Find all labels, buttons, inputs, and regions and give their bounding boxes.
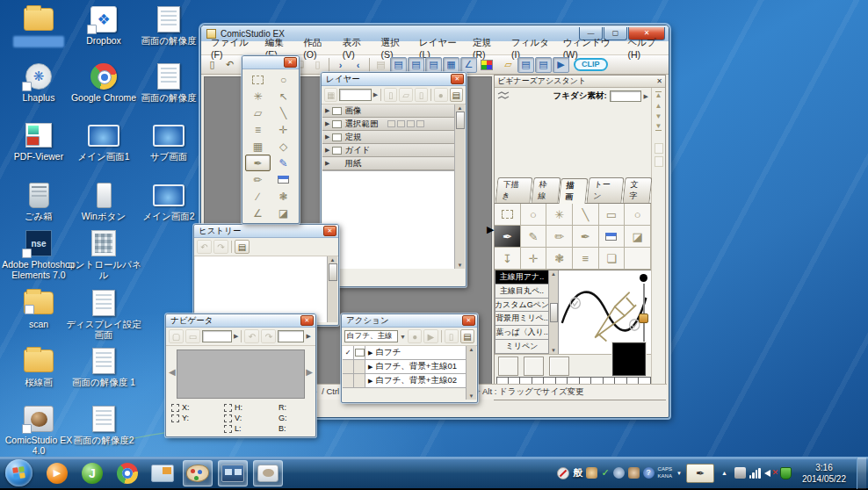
fit-view-icon[interactable]: ▢ [169,329,184,343]
move-top-icon[interactable]: ▲ [655,91,662,99]
assistant-close-icon[interactable]: ✕ [656,77,662,85]
pen-preset[interactable]: カスタムGペン [495,299,549,313]
toggle-ruler-panel[interactable]: ∠ [460,57,477,73]
antivirus-tray-icon[interactable] [557,467,569,479]
navigator-palette-close-icon[interactable]: ✕ [300,315,314,326]
new-folder-icon[interactable]: ▱ [399,88,412,102]
redo-button[interactable]: ‹ [350,57,366,73]
maru-pen-tool[interactable]: ✒ [573,226,599,248]
ellipse-tool[interactable]: ○ [625,204,651,226]
scroll-down-icon[interactable]: ▼ [551,348,556,353]
new-material-icon[interactable] [655,143,663,154]
line-tool[interactable]: ╲ [573,204,599,226]
layer-row-selection[interactable]: ▶ 選択範囲 [322,118,454,131]
desktop-icon-main-screen2[interactable]: メイン画面2 [130,181,207,221]
show-desktop-button[interactable] [857,458,866,489]
layer-opacity-field[interactable] [339,89,371,101]
expand-icon[interactable]: ▶ [325,133,329,141]
move-down-icon[interactable]: ▼ [655,112,662,120]
taskbar-app-j[interactable]: J [77,460,107,486]
menu-window[interactable]: ウィンドウ(W) [557,37,622,60]
history-palette-titlebar[interactable]: ヒストリー ✕ [194,225,338,238]
undo-button[interactable]: › [332,57,349,73]
actions-palette-titlebar[interactable]: アクション ✕ [342,314,477,328]
current-color-swatch[interactable] [612,342,646,376]
layers-vscrollbar[interactable]: ▲ ▼ [454,104,465,269]
action-set-select[interactable]: 白フチ、主線 [344,330,398,342]
taskbar-media-player[interactable]: ▶ [42,460,72,486]
pen-preset[interactable]: 背景用ミリペ.. [495,312,549,326]
action-dialog-toggle[interactable] [354,346,365,359]
delete-action-icon[interactable]: ▯ [445,329,459,343]
rotate-right-icon[interactable]: ↷ [261,329,276,343]
scroll-thumb[interactable] [550,303,558,322]
security-shield-icon[interactable] [780,467,792,479]
toggle-page-panel[interactable]: ▤ [390,57,407,73]
delete-material-icon[interactable] [655,156,663,167]
tray-clock[interactable]: 3:16 2014/05/22 [795,462,853,485]
fukidashi-select[interactable] [610,90,641,102]
rotation-field[interactable] [278,330,304,342]
play-action-icon[interactable]: ▶ [423,329,438,343]
history-menu-icon[interactable]: ▤ [235,240,250,254]
scroll-down-icon[interactable]: ▼ [458,263,463,268]
caps-kana-indicator[interactable]: CAPS KANA [658,466,672,479]
eraser-tool[interactable] [599,226,626,248]
action-enabled-checkbox[interactable] [343,374,354,387]
selection-op-icon[interactable] [387,120,395,127]
marquee-tool[interactable] [495,204,521,226]
tablet-driver-icon[interactable]: ✒ [686,464,714,483]
desktop-icon-resolution[interactable]: 画面の解像度 [130,5,207,46]
pattern-brush-tool[interactable]: ❃ [271,188,296,205]
pencil-tool[interactable]: ✎ [521,226,547,248]
fill-tool[interactable]: ◪ [271,205,296,221]
record-action-icon[interactable]: ● [408,329,422,343]
action-enabled-checkbox[interactable]: ✓ [343,346,354,359]
new-page-button[interactable]: ▯ [204,57,221,73]
tray-icon-box[interactable] [628,467,640,479]
delete-button[interactable]: ▯ [309,57,326,73]
tray-icon-help[interactable]: ? [643,467,655,479]
pen-list-scrollbar[interactable]: ▲ ▼ [549,270,559,354]
frame-grid-tool[interactable]: ▦ [245,138,271,155]
layer-row-image[interactable]: ▶ 画像 [322,104,454,118]
pen-tool-active[interactable]: ✒ [245,155,271,171]
pen-preset[interactable]: 主線目丸ペ.. [495,285,549,299]
menu-layer[interactable]: レイヤー(L) [413,37,467,60]
layer-opacity-dropdown-icon[interactable]: ▶ [373,91,378,98]
navigator-preview[interactable] [177,349,305,399]
taskbar-chrome[interactable] [112,460,142,486]
toggle-works-panel[interactable]: ▤ [425,57,442,73]
network-signal-icon[interactable] [749,468,761,479]
brush-tool[interactable]: ∕ [245,188,271,205]
taskbar-photo-viewer[interactable] [148,460,177,486]
clip-logo[interactable]: CLIP [574,58,608,71]
material-folder-button[interactable]: ▱ [500,57,517,73]
fukidashi-dropdown-icon[interactable]: ▶ [644,93,648,100]
compass-tool[interactable]: ∠ [245,205,271,221]
tray-icon-basket[interactable] [586,467,597,479]
color-slot[interactable] [524,357,544,376]
marker-tool[interactable]: ✏ [245,171,271,188]
pen-preset[interactable]: 葉っぱ〈入り.. [495,326,549,340]
menu-ruler[interactable]: 定規(R) [467,37,505,60]
print-button[interactable]: ▤ [373,57,389,73]
color-slot[interactable] [498,357,518,376]
brush-size-slider[interactable] [638,274,648,350]
panel-toggle-3[interactable]: ▶ [553,57,569,73]
panel-collapse-arrow-icon[interactable]: ▶ [487,224,494,235]
menu-view[interactable]: 表示(V) [336,37,375,60]
scroll-up-icon[interactable]: ▲ [458,105,463,111]
actions-palette-close-icon[interactable]: ✕ [462,315,475,326]
nav-next-icon[interactable]: ▶ [306,367,313,377]
menu-help[interactable]: ヘルプ(H) [621,37,669,60]
open-recent-button[interactable]: ↶ [221,57,238,73]
scroll-up-icon[interactable]: ▲ [469,347,474,352]
menu-select[interactable]: 選択(S) [374,37,413,60]
desktop-icon-sub-screen[interactable]: サブ画面 [130,121,207,162]
taskbar-comicstudio-active[interactable] [183,460,213,486]
scroll-up-icon[interactable]: ▲ [330,257,336,263]
toggle-layer-panel[interactable]: ▦ [443,57,459,73]
tab-tone[interactable]: トーン [587,177,625,203]
toggle-story-panel[interactable]: ▤ [408,57,424,73]
